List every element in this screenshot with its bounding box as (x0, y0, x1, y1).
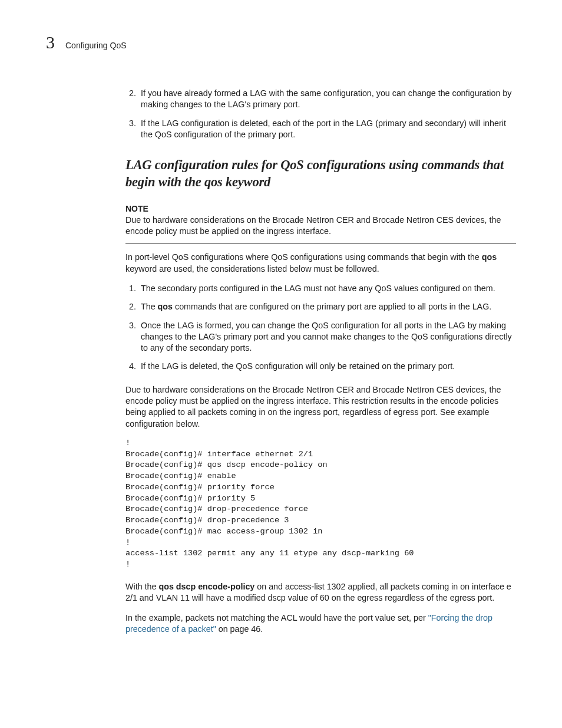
note-body: Due to hardware considerations on the Br… (125, 215, 516, 244)
rules-list: The secondary ports configured in the LA… (125, 283, 516, 373)
text: on page 46. (216, 624, 263, 634)
text: In port-level QoS configurations where Q… (125, 252, 482, 262)
keyword-qos: qos (158, 302, 173, 311)
text: Once the LAG is formed, you can change t… (141, 321, 512, 353)
list-item: The secondary ports configured in the LA… (138, 283, 516, 294)
hardware-paragraph: Due to hardware considerations on the Br… (125, 384, 516, 430)
list-item: If you have already formed a LAG with th… (138, 88, 516, 111)
keyword-encode-policy: qos dscp encode-policy (158, 582, 254, 591)
text: With the (125, 582, 158, 591)
running-title: Configuring QoS (65, 41, 127, 50)
text: keyword are used, the considerations lis… (125, 264, 379, 274)
text: The (141, 302, 158, 311)
document-page: 3 Configuring QoS If you have already fo… (0, 0, 562, 678)
list-item: The qos commands that are configured on … (138, 301, 516, 312)
with-paragraph: With the qos dscp encode-policy on and a… (125, 581, 516, 604)
intro-paragraph: In port-level QoS configurations where Q… (125, 252, 516, 275)
text: The secondary ports configured in the LA… (141, 284, 495, 293)
list-item: If the LAG configuration is deleted, eac… (138, 118, 516, 141)
text: In the example, packets not matching the… (125, 613, 428, 622)
chapter-number: 3 (46, 32, 55, 52)
example-paragraph: In the example, packets not matching the… (125, 612, 516, 635)
text: commands that are configured on the prim… (173, 302, 491, 311)
code-block: ! Brocade(config)# interface ethernet 2/… (125, 438, 516, 571)
note-block: NOTE Due to hardware considerations on t… (125, 204, 516, 244)
note-label: NOTE (125, 204, 516, 213)
list-item: If the LAG is deleted, the QoS configura… (138, 361, 516, 372)
keyword-qos: qos (482, 252, 497, 262)
page-header: 3 Configuring QoS (46, 32, 516, 52)
section-heading: LAG configuration rules for QoS configur… (125, 157, 516, 191)
continued-list: If you have already formed a LAG with th… (125, 88, 516, 140)
text: If the LAG is deleted, the QoS configura… (141, 361, 455, 371)
list-item: Once the LAG is formed, you can change t… (138, 320, 516, 354)
page-content: If you have already formed a LAG with th… (125, 88, 516, 635)
